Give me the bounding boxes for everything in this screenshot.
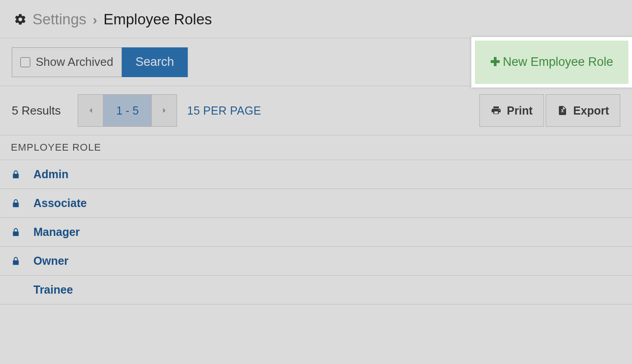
role-name: Associate: [33, 197, 87, 210]
lock-icon: [11, 198, 33, 208]
search-button[interactable]: Search: [122, 47, 188, 77]
show-archived-toggle[interactable]: Show Archived: [12, 47, 122, 77]
breadcrumb: Settings › Employee Roles: [33, 11, 212, 28]
breadcrumb-parent[interactable]: Settings: [33, 11, 86, 28]
chevron-left-icon: [86, 106, 96, 115]
new-employee-role-button[interactable]: ✚ New Employee Role: [475, 41, 628, 84]
chevron-right-icon: [159, 106, 169, 115]
export-icon: [557, 105, 568, 116]
pager: 1 - 5: [78, 94, 177, 127]
pager-range[interactable]: 1 - 5: [103, 95, 151, 126]
lock-icon: [11, 256, 33, 266]
new-role-label: New Employee Role: [503, 55, 613, 69]
new-role-highlight: ✚ New Employee Role: [471, 37, 632, 88]
print-button[interactable]: Print: [479, 94, 544, 127]
role-name: Trainee: [33, 283, 73, 296]
table-header: EMPLOYEE ROLE: [0, 135, 632, 160]
print-icon: [491, 105, 502, 116]
table-row[interactable]: Associate: [0, 189, 632, 218]
print-label: Print: [507, 104, 533, 117]
toolbar-left: Show Archived Search: [12, 47, 188, 77]
show-archived-label: Show Archived: [36, 55, 113, 69]
table-row[interactable]: Trainee: [0, 276, 632, 304]
per-page-selector[interactable]: 15 PER PAGE: [187, 104, 261, 117]
pager-next-button[interactable]: [151, 95, 177, 126]
plus-icon: ✚: [490, 55, 500, 69]
table-row[interactable]: Owner: [0, 247, 632, 276]
role-name: Manager: [33, 226, 80, 239]
results-bar: 5 Results 1 - 5 15 PER PAGE Print Export: [0, 86, 632, 135]
results-bar-right: Print Export: [479, 94, 620, 127]
gear-icon: [14, 13, 27, 26]
toolbar: Show Archived Search ✚ New Employee Role: [0, 38, 632, 86]
page-header: Settings › Employee Roles: [0, 0, 632, 38]
export-label: Export: [573, 104, 609, 117]
lock-icon: [11, 170, 33, 180]
breadcrumb-current: Employee Roles: [103, 11, 212, 28]
table-row[interactable]: Admin: [0, 160, 632, 189]
role-name: Admin: [33, 168, 69, 181]
pager-prev-button[interactable]: [78, 95, 103, 126]
export-button[interactable]: Export: [546, 94, 620, 127]
table-row[interactable]: Manager: [0, 218, 632, 247]
results-count: 5 Results: [12, 104, 60, 118]
chevron-right-icon: ›: [93, 12, 97, 28]
show-archived-checkbox[interactable]: [20, 57, 30, 67]
results-bar-left: 5 Results 1 - 5 15 PER PAGE: [12, 94, 261, 127]
role-name: Owner: [33, 254, 69, 267]
lock-icon: [11, 227, 33, 237]
